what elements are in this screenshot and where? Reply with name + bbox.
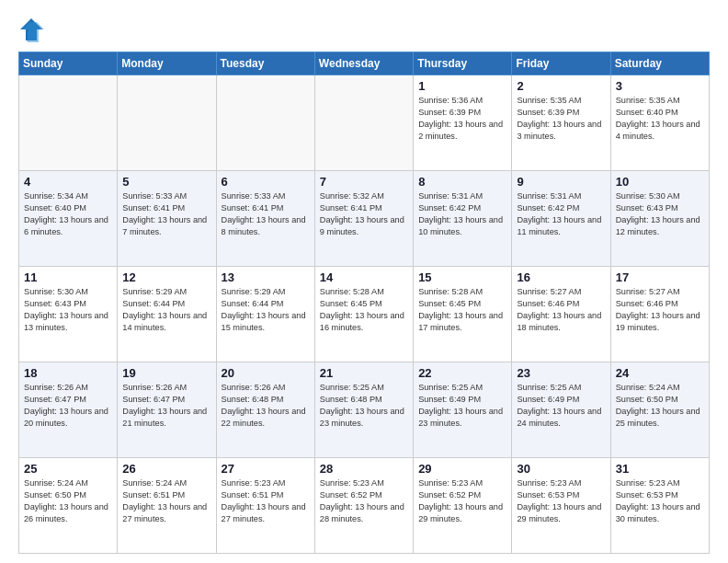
day-info: Sunrise: 5:29 AMSunset: 6:44 PMDaylight:… — [222, 286, 310, 334]
day-number: 13 — [222, 270, 310, 284]
calendar-cell — [216, 75, 314, 171]
calendar-cell: 24Sunrise: 5:24 AMSunset: 6:50 PMDayligh… — [610, 362, 709, 458]
day-number: 6 — [222, 175, 310, 189]
calendar-table: SundayMondayTuesdayWednesdayThursdayFrid… — [18, 52, 710, 554]
day-info: Sunrise: 5:26 AMSunset: 6:47 PMDaylight:… — [122, 382, 210, 430]
calendar-cell: 25Sunrise: 5:24 AMSunset: 6:50 PMDayligh… — [19, 458, 118, 554]
calendar-cell: 31Sunrise: 5:23 AMSunset: 6:53 PMDayligh… — [610, 458, 709, 554]
calendar-cell: 10Sunrise: 5:30 AMSunset: 6:43 PMDayligh… — [610, 171, 709, 267]
day-number: 5 — [122, 175, 210, 189]
day-info: Sunrise: 5:24 AMSunset: 6:50 PMDaylight:… — [616, 382, 704, 430]
day-number: 25 — [24, 462, 112, 476]
day-number: 4 — [24, 175, 112, 189]
day-info: Sunrise: 5:30 AMSunset: 6:43 PMDaylight:… — [24, 286, 112, 334]
calendar-cell: 22Sunrise: 5:25 AMSunset: 6:49 PMDayligh… — [414, 362, 512, 458]
day-number: 21 — [320, 366, 408, 380]
day-number: 1 — [418, 79, 506, 93]
day-info: Sunrise: 5:27 AMSunset: 6:46 PMDaylight:… — [616, 286, 704, 334]
page: SundayMondayTuesdayWednesdayThursdayFrid… — [0, 0, 728, 563]
day-info: Sunrise: 5:35 AMSunset: 6:39 PMDaylight:… — [517, 95, 605, 143]
weekday-header: Friday — [512, 52, 610, 75]
day-number: 18 — [24, 366, 112, 380]
day-info: Sunrise: 5:28 AMSunset: 6:45 PMDaylight:… — [320, 286, 408, 334]
day-info: Sunrise: 5:23 AMSunset: 6:52 PMDaylight:… — [418, 477, 506, 525]
day-number: 16 — [517, 270, 605, 284]
weekday-header: Thursday — [414, 52, 512, 75]
weekday-header: Tuesday — [216, 52, 314, 75]
day-info: Sunrise: 5:28 AMSunset: 6:45 PMDaylight:… — [418, 286, 506, 334]
calendar-cell: 6Sunrise: 5:33 AMSunset: 6:41 PMDaylight… — [216, 171, 314, 267]
day-number: 31 — [616, 462, 704, 476]
weekday-header: Sunday — [19, 52, 118, 75]
calendar-header-row: SundayMondayTuesdayWednesdayThursdayFrid… — [19, 52, 710, 75]
calendar-week-row: 1Sunrise: 5:36 AMSunset: 6:39 PMDaylight… — [19, 75, 710, 171]
day-info: Sunrise: 5:27 AMSunset: 6:46 PMDaylight:… — [517, 286, 605, 334]
calendar-cell: 9Sunrise: 5:31 AMSunset: 6:42 PMDaylight… — [512, 171, 610, 267]
day-number: 11 — [24, 270, 112, 284]
day-number: 27 — [222, 462, 310, 476]
calendar-cell: 28Sunrise: 5:23 AMSunset: 6:52 PMDayligh… — [314, 458, 413, 554]
calendar-cell: 18Sunrise: 5:26 AMSunset: 6:47 PMDayligh… — [19, 362, 118, 458]
calendar-cell: 13Sunrise: 5:29 AMSunset: 6:44 PMDayligh… — [216, 267, 314, 362]
calendar-cell: 29Sunrise: 5:23 AMSunset: 6:52 PMDayligh… — [414, 458, 512, 554]
calendar-week-row: 18Sunrise: 5:26 AMSunset: 6:47 PMDayligh… — [19, 362, 710, 458]
header — [18, 15, 710, 42]
calendar-cell: 2Sunrise: 5:35 AMSunset: 6:39 PMDaylight… — [512, 75, 610, 171]
day-info: Sunrise: 5:35 AMSunset: 6:40 PMDaylight:… — [616, 95, 704, 143]
day-number: 29 — [418, 462, 506, 476]
day-number: 30 — [517, 462, 605, 476]
calendar-cell — [314, 75, 413, 171]
day-info: Sunrise: 5:23 AMSunset: 6:53 PMDaylight:… — [616, 477, 704, 525]
calendar-cell: 14Sunrise: 5:28 AMSunset: 6:45 PMDayligh… — [314, 267, 413, 362]
calendar-cell: 3Sunrise: 5:35 AMSunset: 6:40 PMDaylight… — [610, 75, 709, 171]
day-info: Sunrise: 5:26 AMSunset: 6:48 PMDaylight:… — [222, 382, 310, 430]
calendar-cell: 4Sunrise: 5:34 AMSunset: 6:40 PMDaylight… — [19, 171, 118, 267]
day-info: Sunrise: 5:24 AMSunset: 6:51 PMDaylight:… — [122, 477, 210, 525]
calendar-cell — [19, 75, 118, 171]
day-info: Sunrise: 5:23 AMSunset: 6:53 PMDaylight:… — [517, 477, 605, 525]
calendar-cell: 16Sunrise: 5:27 AMSunset: 6:46 PMDayligh… — [512, 267, 610, 362]
day-info: Sunrise: 5:25 AMSunset: 6:49 PMDaylight:… — [517, 382, 605, 430]
day-info: Sunrise: 5:33 AMSunset: 6:41 PMDaylight:… — [222, 190, 310, 238]
calendar-cell: 5Sunrise: 5:33 AMSunset: 6:41 PMDaylight… — [118, 171, 216, 267]
weekday-header: Saturday — [610, 52, 709, 75]
day-number: 15 — [418, 270, 506, 284]
calendar-cell: 12Sunrise: 5:29 AMSunset: 6:44 PMDayligh… — [118, 267, 216, 362]
calendar-cell: 11Sunrise: 5:30 AMSunset: 6:43 PMDayligh… — [19, 267, 118, 362]
day-number: 22 — [418, 366, 506, 380]
calendar-cell: 7Sunrise: 5:32 AMSunset: 6:41 PMDaylight… — [314, 171, 413, 267]
day-info: Sunrise: 5:25 AMSunset: 6:49 PMDaylight:… — [418, 382, 506, 430]
calendar-week-row: 11Sunrise: 5:30 AMSunset: 6:43 PMDayligh… — [19, 267, 710, 362]
day-number: 20 — [222, 366, 310, 380]
calendar-cell — [118, 75, 216, 171]
logo — [18, 15, 48, 42]
day-number: 8 — [418, 175, 506, 189]
day-number: 12 — [122, 270, 210, 284]
day-info: Sunrise: 5:31 AMSunset: 6:42 PMDaylight:… — [418, 190, 506, 238]
day-number: 28 — [320, 462, 408, 476]
calendar-cell: 8Sunrise: 5:31 AMSunset: 6:42 PMDaylight… — [414, 171, 512, 267]
day-number: 2 — [517, 79, 605, 93]
calendar-cell: 26Sunrise: 5:24 AMSunset: 6:51 PMDayligh… — [118, 458, 216, 554]
calendar-cell: 20Sunrise: 5:26 AMSunset: 6:48 PMDayligh… — [216, 362, 314, 458]
day-info: Sunrise: 5:36 AMSunset: 6:39 PMDaylight:… — [418, 95, 506, 143]
day-number: 7 — [320, 175, 408, 189]
day-number: 24 — [616, 366, 704, 380]
day-number: 9 — [517, 175, 605, 189]
day-info: Sunrise: 5:30 AMSunset: 6:43 PMDaylight:… — [616, 190, 704, 238]
calendar-cell: 30Sunrise: 5:23 AMSunset: 6:53 PMDayligh… — [512, 458, 610, 554]
day-number: 17 — [616, 270, 704, 284]
day-number: 26 — [122, 462, 210, 476]
calendar-cell: 27Sunrise: 5:23 AMSunset: 6:51 PMDayligh… — [216, 458, 314, 554]
day-number: 3 — [616, 79, 704, 93]
calendar-cell: 1Sunrise: 5:36 AMSunset: 6:39 PMDaylight… — [414, 75, 512, 171]
day-info: Sunrise: 5:25 AMSunset: 6:48 PMDaylight:… — [320, 382, 408, 430]
logo-icon — [18, 17, 44, 42]
day-number: 10 — [616, 175, 704, 189]
calendar-week-row: 25Sunrise: 5:24 AMSunset: 6:50 PMDayligh… — [19, 458, 710, 554]
calendar-week-row: 4Sunrise: 5:34 AMSunset: 6:40 PMDaylight… — [19, 171, 710, 267]
calendar-cell: 23Sunrise: 5:25 AMSunset: 6:49 PMDayligh… — [512, 362, 610, 458]
day-number: 14 — [320, 270, 408, 284]
day-number: 23 — [517, 366, 605, 380]
day-info: Sunrise: 5:29 AMSunset: 6:44 PMDaylight:… — [122, 286, 210, 334]
